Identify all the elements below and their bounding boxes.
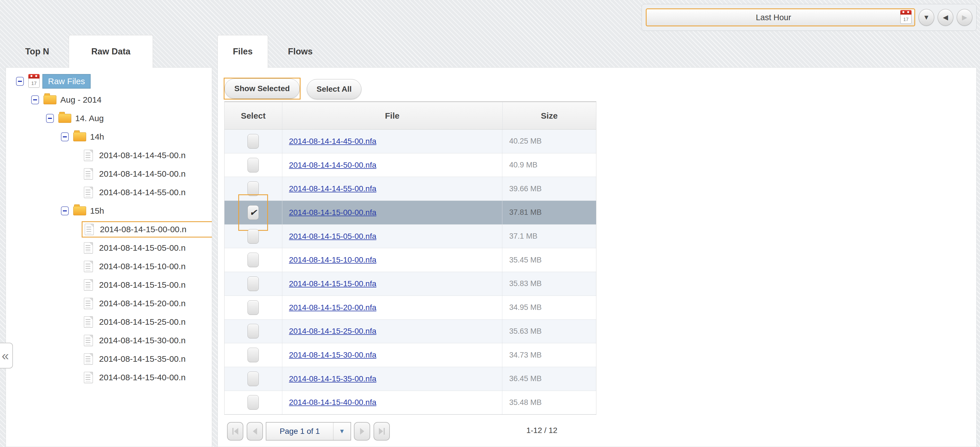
- first-page-button[interactable]: [227, 422, 243, 441]
- time-range-button[interactable]: Last Hour 17: [646, 8, 915, 26]
- tree-node-14h[interactable]: 14h: [6, 128, 212, 146]
- tab-top-n[interactable]: Top N: [6, 35, 69, 68]
- row-checkbox[interactable]: [248, 134, 259, 149]
- tree-node-file[interactable]: 2014-08-14-15-10-00.n: [6, 257, 212, 276]
- last-page-button[interactable]: [374, 422, 390, 441]
- collapse-node-icon[interactable]: [16, 77, 24, 86]
- collapse-node-icon[interactable]: [46, 114, 54, 123]
- row-checkbox[interactable]: [248, 276, 259, 291]
- tree-node-file[interactable]: 2014-08-14-15-20-00.n: [6, 294, 212, 313]
- tree-node-aug-2014[interactable]: Aug - 2014: [6, 90, 212, 109]
- tree-node-file[interactable]: 2014-08-14-14-50-00.n: [6, 165, 212, 183]
- file-link[interactable]: 2014-08-14-14-45-00.nfa: [289, 137, 376, 146]
- collapse-node-icon[interactable]: [61, 132, 69, 141]
- tree-node-label: 2014-08-14-15-15-00.n: [99, 280, 186, 290]
- time-range-bar: Last Hour 17 ▼ ◀ ▶: [641, 4, 977, 31]
- file-link[interactable]: 2014-08-14-14-55-00.nfa: [289, 184, 376, 193]
- tree-node-label: 2014-08-14-14-45-00.n: [99, 151, 186, 160]
- tree-node-file[interactable]: 2014-08-14-14-55-00.n: [6, 183, 212, 201]
- previous-page-icon: [253, 428, 257, 435]
- column-header-select[interactable]: Select: [224, 102, 282, 129]
- row-checkbox[interactable]: [248, 348, 259, 362]
- file-link[interactable]: 2014-08-14-15-25-00.nfa: [289, 327, 376, 336]
- row-checkbox[interactable]: [248, 181, 259, 196]
- tree-node-file[interactable]: 2014-08-14-15-15-00.n: [6, 276, 212, 294]
- table-header-row: Select File Size: [224, 101, 596, 130]
- tab-top-n-label: Top N: [25, 46, 49, 57]
- row-checkbox[interactable]: [248, 372, 259, 386]
- tree-node-label: 14h: [90, 132, 104, 142]
- row-checkbox[interactable]: [248, 253, 259, 267]
- tree-node-file-selected[interactable]: 2014-08-14-15-00-00.n: [6, 220, 212, 239]
- row-checkbox[interactable]: [248, 229, 259, 244]
- file-link[interactable]: 2014-08-14-15-30-00.nfa: [289, 350, 376, 360]
- file-icon: [84, 298, 93, 309]
- column-header-file[interactable]: File: [282, 102, 503, 129]
- time-next-button[interactable]: ▶: [957, 9, 972, 26]
- file-link[interactable]: 2014-08-14-15-10-00.nfa: [289, 255, 376, 265]
- files-content-panel: Show Selected Select All Select File Siz…: [218, 67, 977, 447]
- select-all-button[interactable]: Select All: [307, 79, 361, 99]
- calendar-icon: 17: [900, 11, 912, 24]
- tree-node-14-aug[interactable]: 14. Aug: [6, 109, 212, 128]
- tree-node-raw-files[interactable]: 17 Raw Files: [6, 72, 212, 90]
- calendar-icon-day: 17: [900, 16, 911, 24]
- tab-files[interactable]: Files: [218, 35, 268, 68]
- collapse-node-icon[interactable]: [61, 206, 69, 216]
- calendar-icon-header: [900, 10, 912, 14]
- file-size: 34.95 MB: [502, 296, 596, 319]
- tree-node-label: 2014-08-14-15-00-00.n: [100, 225, 187, 234]
- page-select-dropdown[interactable]: Page 1 of 1 ▼: [266, 422, 351, 441]
- next-page-button[interactable]: [354, 422, 370, 441]
- tree-node-file[interactable]: 2014-08-14-15-25-00.n: [6, 313, 212, 331]
- file-link[interactable]: 2014-08-14-14-50-00.nfa: [289, 161, 376, 170]
- tree-node-file[interactable]: 2014-08-14-15-05-00.n: [6, 239, 212, 257]
- table-row: 2014-08-14-15-25-00.nfa 35.63 MB: [224, 320, 596, 344]
- collapse-sidebar-button[interactable]: «: [0, 343, 13, 368]
- tab-flows[interactable]: Flows: [268, 35, 332, 68]
- table-row: 2014-08-14-15-20-00.nfa 34.95 MB: [224, 296, 596, 320]
- file-icon: [84, 372, 93, 383]
- arrow-right-icon: ▶: [962, 14, 967, 21]
- file-size: 40.9 MB: [502, 154, 596, 177]
- show-selected-button[interactable]: Show Selected: [224, 79, 300, 99]
- arrow-left-icon: ◀: [943, 14, 948, 21]
- file-size: 35.63 MB: [502, 320, 596, 343]
- calendar-icon-header: [29, 74, 40, 79]
- file-link[interactable]: 2014-08-14-15-35-00.nfa: [289, 374, 376, 384]
- tree-node-15h[interactable]: 15h: [6, 201, 212, 220]
- tree-node-file[interactable]: 2014-08-14-15-40-00.n: [6, 368, 212, 387]
- row-checkbox[interactable]: [248, 300, 259, 315]
- table-row: 2014-08-14-15-10-00.nfa 35.45 MB: [224, 248, 596, 272]
- collapse-node-icon[interactable]: [31, 95, 39, 104]
- tree-node-file[interactable]: 2014-08-14-15-30-00.n: [6, 331, 212, 350]
- time-range-label: Last Hour: [647, 13, 900, 22]
- dropdown-arrow-icon[interactable]: ▼: [333, 423, 350, 440]
- file-icon: [85, 224, 94, 235]
- file-link[interactable]: 2014-08-14-15-00-00.nfa: [289, 208, 376, 217]
- file-link[interactable]: 2014-08-14-15-05-00.nfa: [289, 232, 376, 241]
- column-header-size[interactable]: Size: [503, 102, 597, 129]
- row-checkbox-checked[interactable]: ✔: [248, 205, 259, 220]
- file-size: 39.66 MB: [502, 177, 596, 201]
- file-size: 37.1 MB: [502, 225, 596, 248]
- row-count-indicator: 1-12 / 12: [498, 426, 557, 435]
- file-size: 35.83 MB: [502, 272, 596, 296]
- tree-node-file[interactable]: 2014-08-14-14-45-00.n: [6, 146, 212, 165]
- file-link[interactable]: 2014-08-14-15-15-00.nfa: [289, 279, 376, 288]
- file-link[interactable]: 2014-08-14-15-20-00.nfa: [289, 303, 376, 312]
- file-link[interactable]: 2014-08-14-15-40-00.nfa: [289, 398, 376, 407]
- row-checkbox[interactable]: [248, 158, 259, 173]
- row-checkbox[interactable]: [248, 324, 259, 338]
- time-prev-button[interactable]: ◀: [938, 9, 953, 26]
- previous-page-button[interactable]: [247, 422, 263, 441]
- tree-node-label: 2014-08-14-15-40-00.n: [99, 372, 186, 382]
- time-dropdown-button[interactable]: ▼: [918, 9, 934, 26]
- tree-node-file[interactable]: 2014-08-14-15-35-00.n: [6, 350, 212, 368]
- file-size: 35.48 MB: [502, 391, 596, 414]
- tab-flows-label: Flows: [288, 46, 313, 57]
- file-icon: [84, 187, 93, 198]
- row-checkbox[interactable]: [248, 395, 259, 410]
- tab-raw-data[interactable]: Raw Data: [69, 35, 153, 68]
- next-page-icon: [360, 428, 364, 435]
